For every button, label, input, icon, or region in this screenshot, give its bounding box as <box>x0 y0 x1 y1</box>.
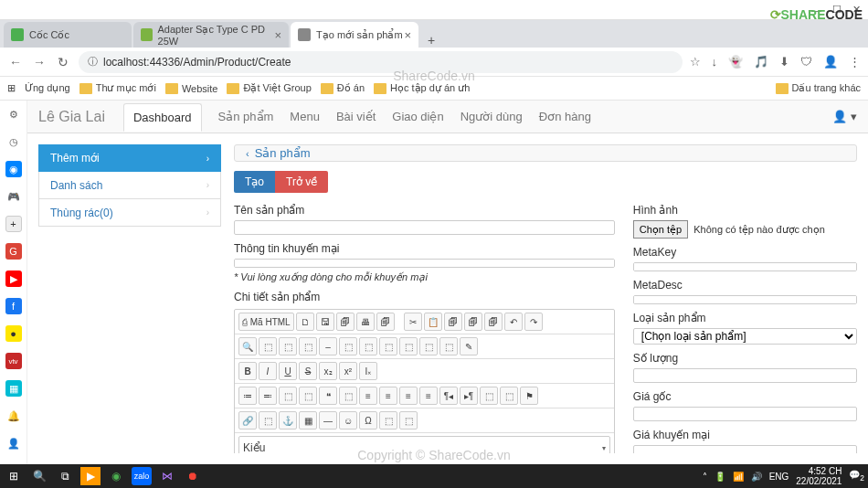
editor-redo-icon[interactable]: ↷ <box>524 313 543 331</box>
menu-icon[interactable]: ⋮ <box>849 55 861 69</box>
taskbar-record-icon[interactable]: ⏺ <box>183 467 203 485</box>
url-input[interactable]: ⓘ localhost:44336/Admin/Product/Create <box>79 51 683 73</box>
editor-copy-icon[interactable]: 🗐 <box>336 313 355 331</box>
editor-flag-icon[interactable]: ⚑ <box>520 387 538 405</box>
site-info-icon[interactable]: ⓘ <box>88 55 98 69</box>
nav-donhang[interactable]: Đơn hàng <box>539 110 591 123</box>
ext-ghost-icon[interactable]: 👻 <box>728 55 743 69</box>
rail-gamepad-icon[interactable]: 🎮 <box>5 188 22 205</box>
ext-av-icon[interactable]: 🛡 <box>800 55 812 69</box>
start-button[interactable]: ⊞ <box>4 467 24 485</box>
editor-indent-icon[interactable]: ⬚ <box>299 387 317 405</box>
editor-removeformat-icon[interactable]: Iₓ <box>359 362 377 380</box>
bookmark-item[interactable]: Ứng dụng <box>25 82 70 94</box>
editor-paste3-icon[interactable]: 🗐 <box>484 313 503 331</box>
rail-messenger-icon[interactable]: ◉ <box>5 161 22 177</box>
tray-notifications-icon[interactable]: 💬2 <box>849 470 864 483</box>
tray-volume-icon[interactable]: 🔊 <box>751 472 762 482</box>
editor-align-justify-icon[interactable]: ≡ <box>419 387 438 405</box>
editor-rtl-icon[interactable]: ▸¶ <box>460 387 478 405</box>
input-price[interactable] <box>633 407 857 421</box>
tray-battery-icon[interactable]: 🔋 <box>715 472 725 482</box>
tray-wifi-icon[interactable]: 📶 <box>733 472 744 482</box>
profile-icon[interactable]: 👤 <box>823 55 838 69</box>
textarea-metakey[interactable] <box>633 262 857 271</box>
editor-unlink-icon[interactable]: ⬚ <box>259 411 277 430</box>
editor-btn[interactable]: ⬚ <box>439 337 458 355</box>
rail-gear-icon[interactable]: ⚙ <box>5 106 22 122</box>
editor-save-icon[interactable]: 🖫 <box>316 313 334 331</box>
nav-menu[interactable]: Menu <box>290 110 320 123</box>
editor-copy2-icon[interactable]: 📋 <box>424 313 442 331</box>
taskview-icon[interactable]: ⧉ <box>55 467 75 485</box>
editor-pagebreak-icon[interactable]: ⬚ <box>379 411 397 430</box>
tab-close-icon[interactable]: × <box>274 28 281 42</box>
input-saleprice[interactable] <box>633 445 857 453</box>
editor-subscript-icon[interactable]: x₂ <box>319 362 337 380</box>
taskbar-app-icon[interactable]: ▶ <box>80 467 101 485</box>
editor-smiley-icon[interactable]: ☺ <box>339 411 357 430</box>
back-button[interactable]: Trở về <box>275 171 328 193</box>
bookmark-item[interactable]: Học tập dự án ưh <box>374 82 470 94</box>
rail-facebook-icon[interactable]: f <box>5 298 22 314</box>
textarea-metadesc[interactable] <box>633 295 857 304</box>
browser-tab[interactable]: Cốc Cốc <box>4 22 132 48</box>
editor-new-icon[interactable]: 🗋 <box>296 313 314 331</box>
editor-image-icon[interactable]: ▦ <box>299 411 317 430</box>
editor-numlist-icon[interactable]: ≕ <box>259 387 277 405</box>
editor-btn[interactable]: ⬚ <box>259 337 277 355</box>
editor-btn[interactable]: ⬚ <box>419 337 438 355</box>
editor-undo-icon[interactable]: ↶ <box>504 313 523 331</box>
editor-source-button[interactable]: ⎙ ⎙ Mã HTMLMã HTML <box>238 313 294 331</box>
bookmark-item[interactable]: Website <box>165 83 218 94</box>
editor-cut-icon[interactable]: ✂ <box>404 313 422 331</box>
tray-lang-icon[interactable]: ENG <box>769 472 789 482</box>
editor-btn[interactable]: ⬚ <box>359 337 377 355</box>
taskbar-coccoc-icon[interactable]: ◉ <box>106 467 126 485</box>
sidebar-item-themoi[interactable]: Thêm mới › <box>38 144 221 172</box>
editor-italic-icon[interactable]: I <box>259 362 277 380</box>
input-qty[interactable] <box>633 368 857 383</box>
nav-back-icon[interactable]: ← <box>7 55 24 69</box>
editor-anchor-icon[interactable]: ⚓ <box>279 411 297 430</box>
nav-nguoidung[interactable]: Người dùng <box>460 110 523 123</box>
sidebar-item-danhsach[interactable]: Danh sách › <box>38 172 221 199</box>
editor-strike-icon[interactable]: S <box>299 362 317 380</box>
editor-align-center-icon[interactable]: ≡ <box>379 387 397 405</box>
clock[interactable]: 4:52 CH 22/02/2021 <box>796 466 842 486</box>
ext-music-icon[interactable]: 🎵 <box>754 55 768 69</box>
taskbar-zalo-icon[interactable]: zalo <box>132 467 152 485</box>
textarea-promo[interactable] <box>234 259 615 268</box>
apps-icon[interactable]: ⊞ <box>7 82 16 94</box>
bookmark-item[interactable]: Đặt Việt Group <box>227 82 311 94</box>
nav-sanpham[interactable]: Sản phẩm <box>218 110 274 123</box>
rail-vtv-icon[interactable]: vtv <box>5 353 22 369</box>
browser-tab[interactable]: Adapter Sạc Type C PD 25W × <box>133 22 289 48</box>
bookmark-item[interactable]: Đồ án <box>321 82 365 94</box>
editor-find-icon[interactable]: 🔍 <box>238 337 257 355</box>
editor-paste2-icon[interactable]: 🗐 <box>464 313 482 331</box>
editor-btn[interactable]: ⬚ <box>339 337 357 355</box>
user-menu-icon[interactable]: 👤 ▾ <box>832 110 857 123</box>
breadcrumb[interactable]: ‹ Sản phẩm <box>234 144 857 162</box>
ext-idm-icon[interactable]: ⬇ <box>779 55 789 69</box>
ext-download-icon[interactable]: ↓ <box>712 55 718 69</box>
nav-dashboard[interactable]: Dashboard <box>123 103 202 132</box>
sidebar-item-thungrac[interactable]: Thùng rác(0) › <box>38 199 221 227</box>
editor-preview-icon[interactable]: 🗐 <box>376 313 395 331</box>
editor-spellcheck-icon[interactable]: ✎ <box>460 337 478 355</box>
editor-print-icon[interactable]: 🖶 <box>356 313 375 331</box>
nav-forward-icon[interactable]: → <box>31 55 48 69</box>
create-button[interactable]: Tạo <box>234 171 275 193</box>
rail-history-icon[interactable]: ◷ <box>5 133 22 150</box>
editor-btn[interactable]: ⬚ <box>500 387 518 405</box>
editor-underline-icon[interactable]: U <box>279 362 297 380</box>
editor-align-left-icon[interactable]: ≡ <box>359 387 377 405</box>
select-category[interactable]: [Chọn loại sản phẩm] <box>633 328 857 345</box>
editor-iframe-icon[interactable]: ⬚ <box>399 411 418 430</box>
editor-btn[interactable]: ⬚ <box>379 337 397 355</box>
editor-btn[interactable]: ⬚ <box>399 337 418 355</box>
editor-outdent-icon[interactable]: ⬚ <box>279 387 297 405</box>
nav-baiviet[interactable]: Bài viết <box>336 110 376 123</box>
tab-close-icon[interactable]: × <box>404 28 411 42</box>
